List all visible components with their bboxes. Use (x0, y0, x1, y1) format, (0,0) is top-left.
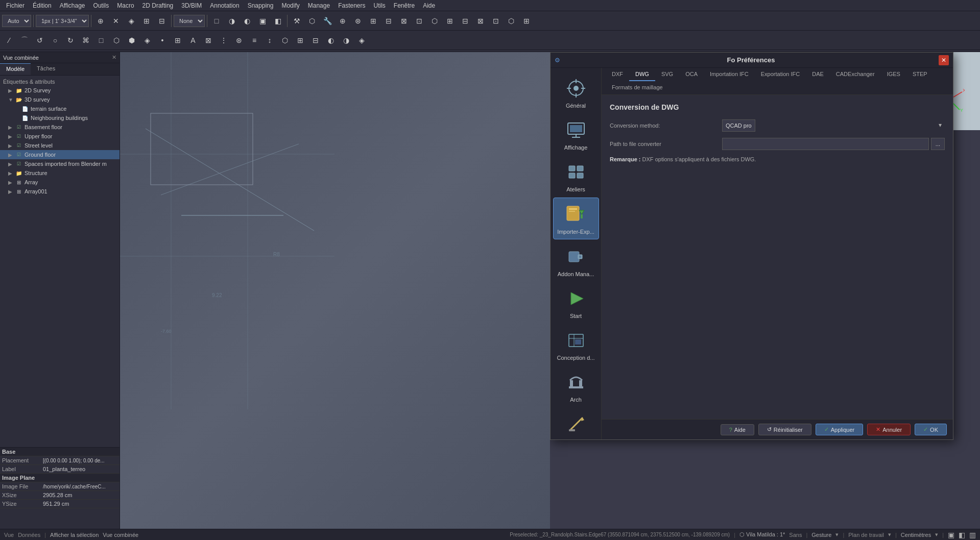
tool-btn-5[interactable]: ⊛ (351, 14, 365, 28)
sidebar-item-affichage[interactable]: Affichage (553, 114, 599, 155)
snap-btn-5[interactable]: ⊟ (155, 14, 169, 28)
snap-btn-3[interactable]: ◈ (124, 14, 138, 28)
tree-item-array[interactable]: ▶ ⊞ Array (0, 178, 119, 187)
prop-value-ysize[interactable]: 951.29 cm (41, 500, 119, 508)
tool-btn-1[interactable]: ⚒ (290, 14, 304, 28)
sidebar-item-ateliers[interactable]: Ateliers (553, 156, 599, 197)
menu-annotation[interactable]: Annotation (206, 1, 243, 10)
draw-btn-21[interactable]: ⊟ (308, 33, 323, 47)
menu-affichage[interactable]: Affichage (56, 1, 89, 10)
sidebar-item-draft[interactable]: Draft (553, 408, 599, 439)
tool-btn-8[interactable]: ⊠ (397, 14, 411, 28)
tree-item-3d-survey[interactable]: ▼ 📂 3D survey (0, 95, 119, 104)
snap-btn-1[interactable]: ⊕ (93, 14, 108, 28)
menu-3dbim[interactable]: 3D/BIM (177, 1, 206, 10)
draw-btn-20[interactable]: ⊞ (293, 33, 307, 47)
menu-utils[interactable]: Utils (369, 1, 389, 10)
auto-dropdown[interactable]: Auto (2, 15, 31, 27)
tree-item-structure[interactable]: ▶ 📁 Structure (0, 168, 119, 178)
center-viewport[interactable]: 9.22 -7.60 R8 (120, 52, 550, 529)
menu-fasteners[interactable]: Fasteners (334, 1, 369, 10)
view-btn-1[interactable]: □ (209, 14, 224, 28)
sidebar-item-start[interactable]: Start (553, 282, 599, 323)
tab-formats-maillage[interactable]: Formats de maillage (606, 81, 669, 94)
draw-btn-4[interactable]: ○ (48, 33, 62, 47)
statusbar-vue-combinee[interactable]: Vue combinée (103, 532, 138, 538)
tree-item-neighbouring[interactable]: 📄 Neighbouring buildings (0, 113, 119, 122)
annuler-button[interactable]: ✕ Annuler (867, 424, 911, 435)
tab-exportation-ifc[interactable]: Exportation IFC (755, 68, 806, 81)
tree-item-array001[interactable]: ▶ ⊞ Array001 (0, 187, 119, 196)
statusbar-afficher-selection[interactable]: Afficher la sélection (50, 532, 99, 538)
draw-btn-7[interactable]: □ (94, 33, 108, 47)
tab-dae[interactable]: DAE (806, 68, 830, 81)
tool-btn-15[interactable]: ⬡ (504, 14, 518, 28)
menu-snapping[interactable]: Snapping (244, 1, 278, 10)
aide-button[interactable]: ? Aide (721, 424, 754, 435)
tool-btn-14[interactable]: ⊡ (489, 14, 503, 28)
tool-btn-16[interactable]: ⊞ (519, 14, 534, 28)
reinitialiser-button[interactable]: ↺ Réinitialiser (758, 424, 811, 435)
menu-fichier[interactable]: Fichier (2, 1, 29, 10)
tab-cadexchanger[interactable]: CADExchanger (830, 68, 881, 81)
browse-button[interactable]: ... (931, 138, 945, 150)
sidebar-item-addon[interactable]: Addon Mana... (553, 240, 599, 281)
tool-btn-12[interactable]: ⊟ (458, 14, 472, 28)
tab-svg[interactable]: SVG (655, 68, 679, 81)
draw-btn-14[interactable]: ⊠ (201, 33, 216, 47)
tool-btn-6[interactable]: ⊞ (366, 14, 380, 28)
tree-item-spaces[interactable]: ▶ ☑ Spaces imported from Blender m (0, 159, 119, 168)
draw-btn-10[interactable]: ◈ (140, 33, 154, 47)
menu-edition[interactable]: Édition (29, 1, 56, 10)
sidebar-item-general[interactable]: Général (553, 72, 599, 113)
appliquer-button[interactable]: ✓ Appliquer (816, 424, 863, 435)
conversion-method-select[interactable]: QCAD pro LibreCAD ODA (722, 119, 755, 132)
tab-oca[interactable]: OCA (679, 68, 704, 81)
none-dropdown[interactable]: None (174, 15, 205, 27)
menu-manage[interactable]: Manage (304, 1, 334, 10)
tab-step[interactable]: STEP (906, 68, 934, 81)
tab-importation-ifc[interactable]: Importation IFC (704, 68, 755, 81)
draw-btn-19[interactable]: ⬡ (278, 33, 292, 47)
draw-btn-16[interactable]: ⊛ (232, 33, 246, 47)
tab-dxf[interactable]: DXF (606, 68, 629, 81)
menu-2ddrafting[interactable]: 2D Drafting (138, 1, 178, 10)
tab-iges[interactable]: IGES (881, 68, 906, 81)
statusbar-gesture[interactable]: Gesture (811, 532, 831, 538)
draw-btn-3[interactable]: ↺ (33, 33, 47, 47)
draw-btn-9[interactable]: ⬢ (125, 33, 139, 47)
tool-btn-2[interactable]: ⬡ (305, 14, 319, 28)
draw-btn-18[interactable]: ↕ (262, 33, 277, 47)
tool-btn-3[interactable]: 🔧 (320, 14, 334, 28)
tool-btn-7[interactable]: ⊟ (381, 14, 396, 28)
draw-btn-23[interactable]: ◑ (339, 33, 353, 47)
tree-item-ground[interactable]: ▶ ☑ Ground floor (0, 150, 119, 159)
tree-item-basement[interactable]: ▶ ☑ Basement floor (0, 122, 119, 132)
draw-btn-8[interactable]: ⬡ (109, 33, 124, 47)
menu-aide[interactable]: Aide (419, 1, 439, 10)
tool-btn-13[interactable]: ⊠ (473, 14, 488, 28)
prop-value-xsize[interactable]: 2905.28 cm (41, 491, 119, 500)
tree-item-street[interactable]: ▶ ☑ Street level (0, 141, 119, 150)
tool-btn-4[interactable]: ⊕ (336, 14, 350, 28)
draw-btn-5[interactable]: ↻ (63, 33, 78, 47)
path-input[interactable] (722, 138, 929, 150)
statusbar-unit[interactable]: Centimètres (901, 532, 931, 538)
draw-btn-17[interactable]: ≡ (247, 33, 261, 47)
ok-button[interactable]: ✓ OK (915, 424, 947, 435)
tool-btn-11[interactable]: ⊞ (443, 14, 457, 28)
tool-btn-10[interactable]: ⬡ (427, 14, 442, 28)
draw-btn-15[interactable]: ⋮ (217, 33, 231, 47)
sidebar-item-conception[interactable]: Conception d... (553, 324, 599, 365)
draw-btn-1[interactable]: ∕ (2, 33, 16, 47)
menu-outils[interactable]: Outils (89, 1, 113, 10)
prop-value-label[interactable]: 01_planta_terreo (41, 465, 119, 474)
draw-btn-12[interactable]: ⊞ (171, 33, 185, 47)
tree-item-terrain[interactable]: 📄 terrain surface (0, 104, 119, 113)
sidebar-item-importer[interactable]: Importer-Exp... (553, 198, 599, 239)
scale-dropdown[interactable]: 1px | 1' 3+3/4" (36, 15, 89, 27)
menu-fenetre[interactable]: Fenêtre (390, 1, 419, 10)
draw-btn-22[interactable]: ◐ (324, 33, 338, 47)
view-btn-3[interactable]: ◐ (240, 14, 254, 28)
snap-btn-4[interactable]: ⊞ (139, 14, 154, 28)
